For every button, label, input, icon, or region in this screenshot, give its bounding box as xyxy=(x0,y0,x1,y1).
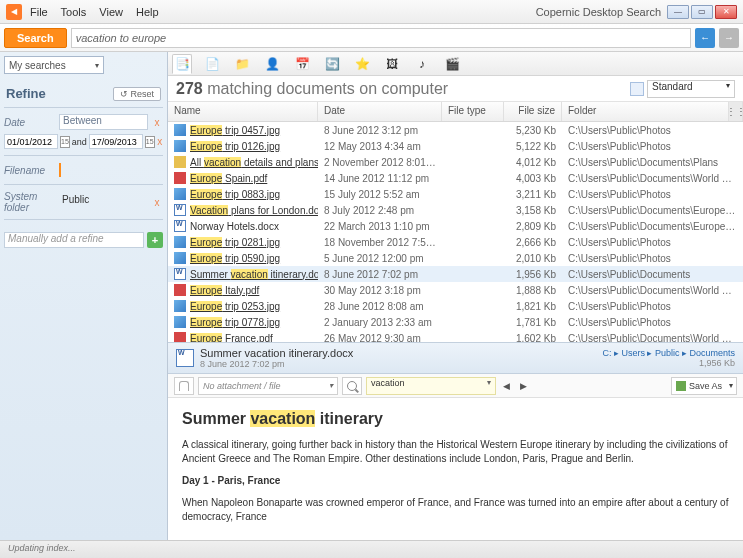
refine-sysfolder-label: System folder xyxy=(4,191,56,213)
calendar-to-icon[interactable]: 15 xyxy=(145,136,155,148)
refine-manual-input[interactable]: Manually add a refine xyxy=(4,232,144,248)
preview-paragraph: A classical itinerary, going further bac… xyxy=(182,438,729,466)
results-list: Europe trip 0457.jpg8 June 2012 3:12 pm5… xyxy=(168,122,743,342)
col-header-date[interactable]: Date xyxy=(318,102,442,121)
category-pictures-icon[interactable]: 🖼 xyxy=(382,54,402,74)
category-all-icon[interactable]: 📑 xyxy=(172,54,192,74)
minimize-button[interactable]: — xyxy=(667,5,689,19)
file-pdf-icon xyxy=(174,172,186,184)
nav-forward-button[interactable]: → xyxy=(719,28,739,48)
table-row[interactable]: Vacation plans for London.docx8 July 201… xyxy=(168,202,743,218)
refine-daterange-clear[interactable]: x xyxy=(157,136,163,147)
preview-filedate: 8 June 2012 7:02 pm xyxy=(200,359,353,369)
file-docx-icon xyxy=(174,220,186,232)
table-row[interactable]: All vacation details and plans.zip2 Nove… xyxy=(168,154,743,170)
save-as-button[interactable]: Save As xyxy=(671,377,737,395)
file-pdf-icon xyxy=(174,332,186,342)
table-row[interactable]: Europe Spain.pdf14 June 2012 11:12 pm4,0… xyxy=(168,170,743,186)
refine-filename-input[interactable] xyxy=(64,162,163,178)
preview-header: Summer vacation itinerary.docx 8 June 20… xyxy=(168,342,743,374)
refine-sysfolder-value[interactable]: Public xyxy=(59,194,148,210)
col-header-name[interactable]: Name xyxy=(168,102,318,121)
category-history-icon[interactable]: 🔄 xyxy=(322,54,342,74)
table-row[interactable]: Europe trip 0253.jpg28 June 2012 8:08 am… xyxy=(168,298,743,314)
category-favorites-icon[interactable]: ⭐ xyxy=(352,54,372,74)
preview-filesize: 1,956 Kb xyxy=(602,358,735,368)
find-prev-button[interactable]: ◀ xyxy=(500,381,513,391)
preview-title: Summer vacation itinerary xyxy=(182,408,729,430)
category-calendar-icon[interactable]: 📅 xyxy=(292,54,312,74)
category-video-icon[interactable]: 🎬 xyxy=(442,54,462,74)
attachment-dropdown[interactable]: No attachment / file xyxy=(198,377,338,395)
preview-filename: Summer vacation itinerary.docx xyxy=(200,347,353,359)
refine-title: Refine xyxy=(6,86,46,101)
view-mode-icon[interactable] xyxy=(630,82,644,96)
date-and-label: and xyxy=(72,137,87,147)
table-row[interactable]: Europe trip 0590.jpg5 June 2012 12:00 pm… xyxy=(168,250,743,266)
attachment-icon[interactable] xyxy=(174,377,194,395)
file-jpg-icon xyxy=(174,188,186,200)
preview-filetype-icon xyxy=(176,349,194,367)
file-jpg-icon xyxy=(174,124,186,136)
maximize-button[interactable]: ▭ xyxy=(691,5,713,19)
menu-help[interactable]: Help xyxy=(136,6,159,18)
table-row[interactable]: Norway Hotels.docx22 March 2013 1:10 pm2… xyxy=(168,218,743,234)
menu-tools[interactable]: Tools xyxy=(61,6,87,18)
file-jpg-icon xyxy=(174,300,186,312)
menu-bar: File Tools View Help xyxy=(30,6,169,18)
filename-cursor-icon xyxy=(59,163,61,177)
my-searches-dropdown[interactable]: My searches xyxy=(4,56,104,74)
file-pdf-icon xyxy=(174,284,186,296)
category-bar: 📑 📄 📁 👤 📅 🔄 ⭐ 🖼 ♪ 🎬 xyxy=(168,52,743,76)
file-jpg-icon xyxy=(174,140,186,152)
refine-filename-label: Filename xyxy=(4,165,56,176)
file-jpg-icon xyxy=(174,252,186,264)
table-row[interactable]: Europe Italy.pdf30 May 2012 3:18 pm1,888… xyxy=(168,282,743,298)
close-button[interactable]: ✕ xyxy=(715,5,737,19)
app-title: Copernic Desktop Search xyxy=(536,6,661,18)
category-music-icon[interactable]: ♪ xyxy=(412,54,432,74)
refine-date-label: Date xyxy=(4,117,56,128)
refine-sysfolder-clear[interactable]: x xyxy=(151,197,163,208)
view-mode-select[interactable]: Standard xyxy=(647,80,735,98)
preview-paragraph: When Napoleon Bonaparte was crowned empe… xyxy=(182,496,729,524)
col-header-folder[interactable]: Folder xyxy=(562,102,729,121)
search-input[interactable] xyxy=(71,28,691,48)
breadcrumb[interactable]: C: ▸ Users ▸ Public ▸ Documents xyxy=(602,348,735,358)
table-row[interactable]: Europe trip 0883.jpg15 July 2012 5:52 am… xyxy=(168,186,743,202)
reset-button[interactable]: ↺ Reset xyxy=(113,87,161,101)
table-row[interactable]: Europe trip 0778.jpg2 January 2013 2:33 … xyxy=(168,314,743,330)
table-row[interactable]: Europe trip 0126.jpg12 May 2013 4:34 am5… xyxy=(168,138,743,154)
file-jpg-icon xyxy=(174,316,186,328)
preview-body: Summer vacation itinerary A classical it… xyxy=(168,398,743,540)
menu-view[interactable]: View xyxy=(99,6,123,18)
result-count: 278 matching documents on computer xyxy=(176,80,448,98)
category-documents-icon[interactable]: 📄 xyxy=(202,54,222,74)
search-button[interactable]: Search xyxy=(4,28,67,48)
file-docx-icon xyxy=(174,204,186,216)
table-row[interactable]: Europe trip 0281.jpg18 November 2012 7:5… xyxy=(168,234,743,250)
nav-back-button[interactable]: ← xyxy=(695,28,715,48)
refine-date-mode[interactable]: Between xyxy=(59,114,148,130)
table-row[interactable]: Summer vacation itinerary.docx8 June 201… xyxy=(168,266,743,282)
disk-icon xyxy=(676,381,686,391)
file-docx-icon xyxy=(174,268,186,280)
col-sort-icon[interactable]: ⋮⋮ xyxy=(729,102,743,121)
titlebar: File Tools View Help Copernic Desktop Se… xyxy=(0,0,743,24)
find-icon xyxy=(342,377,362,395)
preview-day-heading: Day 1 - Paris, France xyxy=(182,474,729,488)
col-header-filetype[interactable]: File type xyxy=(442,102,504,121)
table-row[interactable]: Europe trip 0457.jpg8 June 2012 3:12 pm5… xyxy=(168,122,743,138)
find-next-button[interactable]: ▶ xyxy=(517,381,530,391)
menu-file[interactable]: File xyxy=(30,6,48,18)
refine-add-button[interactable]: + xyxy=(147,232,163,248)
category-contacts-icon[interactable]: 👤 xyxy=(262,54,282,74)
calendar-from-icon[interactable]: 15 xyxy=(60,136,70,148)
date-to-input[interactable] xyxy=(89,134,143,149)
refine-date-clear[interactable]: x xyxy=(151,117,163,128)
category-folders-icon[interactable]: 📁 xyxy=(232,54,252,74)
col-header-filesize[interactable]: File size xyxy=(504,102,562,121)
date-from-input[interactable] xyxy=(4,134,58,149)
find-in-preview-input[interactable]: vacation xyxy=(366,377,496,395)
table-row[interactable]: Europe France.pdf26 May 2012 9:30 am1,60… xyxy=(168,330,743,342)
